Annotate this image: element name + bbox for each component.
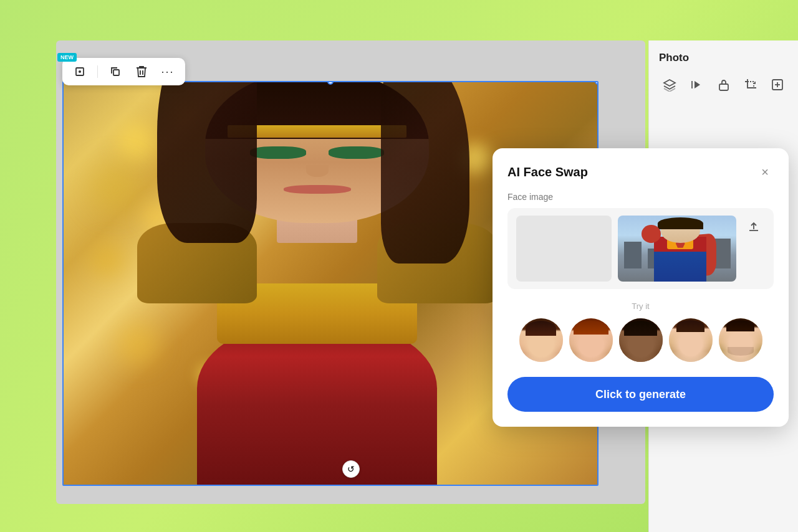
face-sample-3[interactable] xyxy=(619,318,663,362)
svg-rect-2 xyxy=(113,70,119,75)
more-icon[interactable]: ··· xyxy=(159,63,176,80)
toolbar: new ··· xyxy=(62,58,185,85)
svg-rect-6 xyxy=(748,82,754,88)
try-it-label: Try it xyxy=(507,302,774,311)
layers-icon[interactable] xyxy=(659,74,680,95)
delete-icon[interactable] xyxy=(133,63,150,80)
add-panel-icon[interactable] xyxy=(767,74,788,95)
svg-marker-3 xyxy=(695,81,700,88)
face-sample-4[interactable] xyxy=(669,318,713,362)
crop-panel-icon[interactable] xyxy=(740,74,761,95)
rotate-handle[interactable]: ↺ xyxy=(342,460,360,478)
rotate-icon: ↺ xyxy=(347,464,355,474)
face-upload-area[interactable] xyxy=(507,208,774,289)
dialog-header: AI Face Swap × xyxy=(507,163,774,181)
superman-image-preview xyxy=(618,216,736,282)
toolbar-divider xyxy=(97,65,98,78)
face-sample-1[interactable] xyxy=(519,318,563,362)
generate-button[interactable]: Click to generate xyxy=(507,377,774,412)
animation-icon[interactable] xyxy=(686,74,706,95)
panel-icons-row xyxy=(659,74,788,95)
upload-icon[interactable] xyxy=(743,216,765,238)
lock-icon[interactable] xyxy=(713,74,734,95)
face-upload-placeholder xyxy=(516,216,612,282)
panel-title: Photo xyxy=(659,52,788,64)
face-image-label: Face image xyxy=(507,192,774,202)
dialog-close-button[interactable]: × xyxy=(756,163,774,181)
face-samples-row xyxy=(507,318,774,362)
face-sample-5[interactable] xyxy=(719,318,762,362)
crop-icon[interactable] xyxy=(71,63,89,80)
ai-face-swap-dialog: AI Face Swap × Face image xyxy=(493,148,789,427)
svg-rect-5 xyxy=(719,84,728,90)
svg-point-1 xyxy=(79,70,81,73)
duplicate-icon[interactable] xyxy=(107,63,124,80)
new-badge: new xyxy=(57,53,77,62)
face-sample-2[interactable] xyxy=(569,318,613,362)
dialog-title: AI Face Swap xyxy=(507,165,588,179)
